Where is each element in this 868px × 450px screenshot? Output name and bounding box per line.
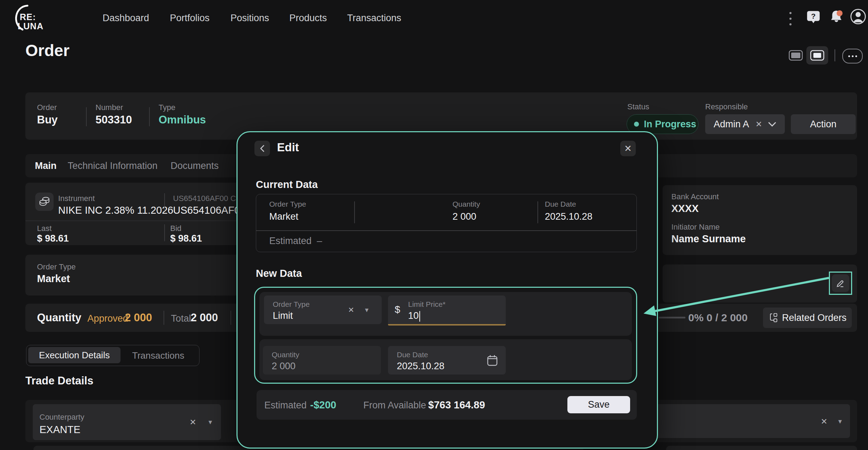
- divider: [354, 201, 355, 223]
- divider: [149, 107, 150, 126]
- notifications-icon[interactable]: [829, 9, 844, 26]
- footer-estimated-label: Estimated: [264, 400, 307, 411]
- edit-button[interactable]: [832, 274, 849, 292]
- logo-line2: LUNA: [18, 21, 43, 31]
- view-toggle-compact[interactable]: [789, 50, 803, 62]
- currency-prefix: $: [395, 304, 400, 315]
- new-due-date-value: 2025.10.28: [397, 361, 444, 372]
- expanded-view-icon: [810, 50, 824, 61]
- nav-dashboard[interactable]: Dashboard: [103, 13, 149, 24]
- bid-price-label: Bid: [170, 224, 181, 233]
- chevron-down-icon[interactable]: [768, 122, 776, 127]
- current-due-date-label: Due Date: [545, 200, 576, 208]
- progress-track: [659, 317, 685, 318]
- new-order-type-dropdown-icon[interactable]: ▼: [364, 307, 370, 313]
- current-quantity-label: Quantity: [453, 200, 480, 208]
- divider: [164, 224, 165, 241]
- right-select-clear-icon[interactable]: ✕: [821, 418, 827, 426]
- instrument-label: Instrument: [58, 194, 95, 203]
- tab-main[interactable]: Main: [35, 160, 57, 171]
- order-number-value: 503310: [96, 114, 132, 126]
- related-orders-icon: [769, 313, 778, 323]
- current-order-type-value: Market: [269, 211, 298, 222]
- tab-documents[interactable]: Documents: [171, 160, 219, 171]
- counterparty-dropdown-icon[interactable]: ▼: [207, 419, 213, 425]
- status-dot: [634, 122, 639, 127]
- divider: [256, 230, 636, 231]
- nav-products[interactable]: Products: [289, 13, 327, 24]
- limit-price-value: 10: [408, 310, 419, 321]
- action-button[interactable]: Action: [791, 114, 856, 134]
- tab-technical-information[interactable]: Technical Information: [68, 160, 158, 171]
- limit-price-input[interactable]: $ Limit Price* 10: [388, 296, 506, 326]
- status-label: Status: [627, 102, 649, 111]
- bid-price-value: $ 98.61: [170, 233, 202, 244]
- order-type-value: Omnibus: [159, 114, 206, 126]
- back-button[interactable]: [254, 141, 270, 156]
- instrument-name[interactable]: NIKE INC 2.38% 11.2026: [58, 205, 173, 216]
- new-quantity-value: 2 000: [272, 361, 296, 372]
- new-data-box: Order Type Limit ✕ ▼ $ Limit Price* 10 Q…: [254, 287, 637, 384]
- responsible-chip[interactable]: Admin A ✕: [705, 114, 785, 134]
- counterparty-label: Counterparty: [39, 413, 84, 422]
- quantity-title: Quantity: [37, 311, 81, 324]
- chevron-left-icon: [260, 145, 265, 152]
- calendar-icon[interactable]: [487, 354, 498, 366]
- divider: [537, 201, 538, 223]
- modal-footer-bar: Estimated -$200 From Available $763 164.…: [257, 390, 637, 420]
- approved-value: 2 000: [125, 311, 152, 324]
- order-side-label: Order: [37, 103, 57, 112]
- current-data-box: Order Type Market Quantity 2 000 Due Dat…: [256, 194, 637, 252]
- current-quantity-value: 2 000: [453, 211, 476, 222]
- title-divider: [835, 49, 835, 61]
- order-type-label: Type: [159, 103, 176, 112]
- counterparty-clear-icon[interactable]: ✕: [190, 418, 196, 426]
- avatar[interactable]: [850, 8, 866, 26]
- new-due-date-label: Due Date: [397, 351, 428, 359]
- nav-positions[interactable]: Positions: [230, 13, 269, 24]
- save-button[interactable]: Save: [567, 396, 630, 413]
- progress-text: 0% 0 / 2 000: [688, 312, 747, 324]
- right-select-dropdown-icon[interactable]: ▼: [837, 419, 843, 425]
- divider: [230, 311, 231, 325]
- kebab-menu-icon[interactable]: [789, 12, 792, 25]
- current-order-type-label: Order Type: [269, 200, 306, 208]
- app-logo[interactable]: RE: LUNA: [6, 4, 49, 31]
- new-data-heading: New Data: [256, 268, 302, 279]
- nav-transactions[interactable]: Transactions: [347, 13, 401, 24]
- order-type-card-value: Market: [37, 273, 70, 285]
- related-orders-button[interactable]: Related Orders: [763, 308, 852, 328]
- nav-portfolios[interactable]: Portfolios: [170, 13, 210, 24]
- new-order-type-clear-icon[interactable]: ✕: [348, 306, 354, 314]
- responsible-label: Responsible: [705, 102, 748, 111]
- new-quantity-label: Quantity: [272, 351, 299, 359]
- help-icon[interactable]: ?: [806, 10, 820, 26]
- new-due-date-input[interactable]: Due Date 2025.10.28: [388, 346, 506, 375]
- counterparty-value: EXANTE: [39, 424, 80, 436]
- responsible-clear-icon[interactable]: ✕: [756, 120, 762, 128]
- current-due-date-value: 2025.10.28: [545, 211, 592, 222]
- compact-view-icon: [789, 50, 803, 61]
- new-order-type-select[interactable]: Order Type Limit ✕ ▼: [264, 296, 382, 324]
- edit-source-card: [663, 264, 857, 303]
- bank-account-label: Bank Account: [671, 192, 719, 201]
- total-label: Total: [171, 313, 191, 324]
- edit-modal: Edit ✕ Current Data Order Type Market Qu…: [236, 131, 658, 449]
- instrument-coins-icon: [35, 193, 54, 211]
- instrument-isin-value: US654106AF00: [173, 205, 246, 216]
- more-options-button[interactable]: [842, 49, 863, 63]
- view-toggle-expanded[interactable]: [806, 46, 828, 65]
- close-button[interactable]: ✕: [620, 141, 636, 156]
- order-side-value: Buy: [37, 114, 58, 126]
- tab-transactions[interactable]: Transactions: [132, 350, 184, 361]
- divider: [164, 193, 165, 211]
- related-orders-label: Related Orders: [782, 312, 847, 323]
- app-header: RE: LUNA Dashboard Portfolios Positions …: [0, 0, 868, 34]
- modal-title: Edit: [277, 141, 299, 154]
- current-estimated-label: Estimated: [269, 236, 312, 247]
- counterparty-select[interactable]: Counterparty EXANTE ✕ ▼: [33, 404, 221, 440]
- tab-execution-details[interactable]: Execution Details: [28, 347, 121, 363]
- new-quantity-input[interactable]: Quantity 2 000: [263, 346, 381, 375]
- new-order-type-label: Order Type: [273, 300, 310, 309]
- initiator-name-label: Initiator Name: [671, 223, 720, 232]
